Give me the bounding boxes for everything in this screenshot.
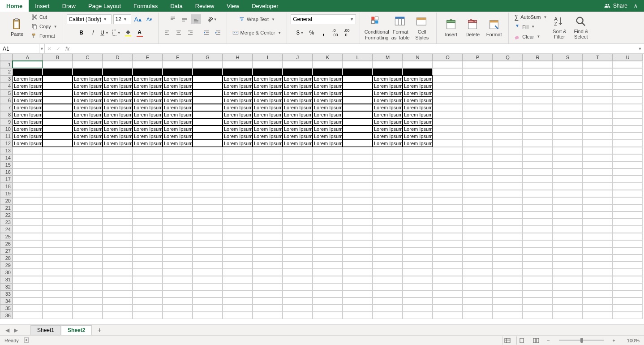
row-header-9[interactable]: 9 <box>0 118 13 125</box>
cell-P2[interactable] <box>463 68 493 75</box>
cell-K14[interactable] <box>313 154 343 161</box>
cell-G27[interactable] <box>193 247 223 254</box>
cell-O18[interactable] <box>433 183 463 190</box>
cell-E26[interactable] <box>133 240 163 247</box>
page-break-view-button[interactable] <box>531 336 541 345</box>
cell-H22[interactable] <box>223 211 253 219</box>
cell-T11[interactable] <box>583 133 613 140</box>
cell-P15[interactable] <box>463 161 493 168</box>
cell-C29[interactable] <box>73 262 103 269</box>
cell-B4[interactable] <box>43 82 73 90</box>
cell-L4[interactable] <box>343 82 373 90</box>
cell-D22[interactable] <box>103 211 133 219</box>
cell-U20[interactable] <box>613 197 643 204</box>
cell-H6[interactable]: Lorem Ipsum <box>223 97 253 104</box>
col-header-I[interactable]: I <box>253 54 283 61</box>
cell-J18[interactable] <box>283 183 313 190</box>
cell-C24[interactable] <box>73 226 103 233</box>
cell-D18[interactable] <box>103 183 133 190</box>
cell-R32[interactable] <box>523 283 553 290</box>
col-header-Q[interactable]: Q <box>493 54 523 61</box>
cell-P23[interactable] <box>463 219 493 226</box>
cell-C17[interactable] <box>73 176 103 183</box>
cell-J15[interactable] <box>283 161 313 168</box>
cell-D21[interactable] <box>103 204 133 211</box>
cell-C2[interactable] <box>73 68 103 75</box>
cell-O22[interactable] <box>433 211 463 219</box>
cell-C8[interactable]: Lorem Ipsum <box>73 111 103 118</box>
cell-S24[interactable] <box>553 226 583 233</box>
cell-N30[interactable] <box>403 269 433 276</box>
cell-P24[interactable] <box>463 226 493 233</box>
col-header-L[interactable]: L <box>343 54 373 61</box>
cell-M10[interactable]: Lorem Ipsum <box>373 125 403 133</box>
cell-D6[interactable]: Lorem Ipsum <box>103 97 133 104</box>
cell-I27[interactable] <box>253 247 283 254</box>
cell-T1[interactable] <box>583 61 613 68</box>
cell-I30[interactable] <box>253 269 283 276</box>
cell-Q26[interactable] <box>493 240 523 247</box>
cell-H2[interactable] <box>223 68 253 75</box>
cell-N18[interactable] <box>403 183 433 190</box>
cell-M9[interactable]: Lorem Ipsum <box>373 118 403 125</box>
cell-T17[interactable] <box>583 176 613 183</box>
cell-A32[interactable] <box>13 283 43 290</box>
cell-A22[interactable] <box>13 211 43 219</box>
cell-B26[interactable] <box>43 240 73 247</box>
col-header-F[interactable]: F <box>163 54 193 61</box>
cell-K31[interactable] <box>313 276 343 283</box>
cell-F31[interactable] <box>163 276 193 283</box>
cell-F27[interactable] <box>163 247 193 254</box>
cell-D36[interactable] <box>103 312 133 319</box>
cell-H11[interactable]: Lorem Ipsum <box>223 133 253 140</box>
cell-F13[interactable] <box>163 147 193 154</box>
cell-J31[interactable] <box>283 276 313 283</box>
name-box[interactable]: A1 <box>0 44 39 54</box>
cell-F26[interactable] <box>163 240 193 247</box>
cell-T14[interactable] <box>583 154 613 161</box>
cell-J5[interactable]: Lorem Ipsum <box>283 90 313 97</box>
row-header-1[interactable]: 1 <box>0 61 13 68</box>
cell-P25[interactable] <box>463 233 493 240</box>
comma-button[interactable]: , <box>318 28 328 38</box>
cell-G15[interactable] <box>193 161 223 168</box>
col-header-T[interactable]: T <box>583 54 613 61</box>
cell-E16[interactable] <box>133 168 163 176</box>
row-header-27[interactable]: 27 <box>0 247 13 254</box>
zoom-in-button[interactable]: + <box>611 338 617 343</box>
cell-H3[interactable]: Lorem Ipsum <box>223 75 253 82</box>
cell-H4[interactable]: Lorem Ipsum <box>223 82 253 90</box>
cell-R9[interactable] <box>523 118 553 125</box>
cell-U21[interactable] <box>613 204 643 211</box>
zoom-thumb[interactable] <box>580 338 583 343</box>
cell-B13[interactable] <box>43 147 73 154</box>
cell-H20[interactable] <box>223 197 253 204</box>
cell-B16[interactable] <box>43 168 73 176</box>
cell-P19[interactable] <box>463 190 493 197</box>
zoom-slider[interactable] <box>559 340 604 341</box>
cell-Q24[interactable] <box>493 226 523 233</box>
cell-H36[interactable] <box>223 312 253 319</box>
cell-F21[interactable] <box>163 204 193 211</box>
cell-G1[interactable] <box>193 61 223 68</box>
cell-K18[interactable] <box>313 183 343 190</box>
cell-K13[interactable] <box>313 147 343 154</box>
cell-F24[interactable] <box>163 226 193 233</box>
cell-J8[interactable]: Lorem Ipsum <box>283 111 313 118</box>
cell-F17[interactable] <box>163 176 193 183</box>
cell-I4[interactable]: Lorem Ipsum <box>253 82 283 90</box>
currency-button[interactable]: $▼ <box>295 28 305 38</box>
cell-I3[interactable]: Lorem Ipsum <box>253 75 283 82</box>
cell-A11[interactable]: Lorem Ipsum <box>13 133 43 140</box>
cell-M20[interactable] <box>373 197 403 204</box>
cell-R29[interactable] <box>523 262 553 269</box>
cell-Q29[interactable] <box>493 262 523 269</box>
border-button[interactable]: ▼ <box>112 28 121 38</box>
cell-U18[interactable] <box>613 183 643 190</box>
cell-A4[interactable]: Lorem Ipsum <box>13 82 43 90</box>
cell-H32[interactable] <box>223 283 253 290</box>
cell-C6[interactable]: Lorem Ipsum <box>73 97 103 104</box>
cell-S6[interactable] <box>553 97 583 104</box>
cell-J34[interactable] <box>283 298 313 305</box>
cell-J24[interactable] <box>283 226 313 233</box>
